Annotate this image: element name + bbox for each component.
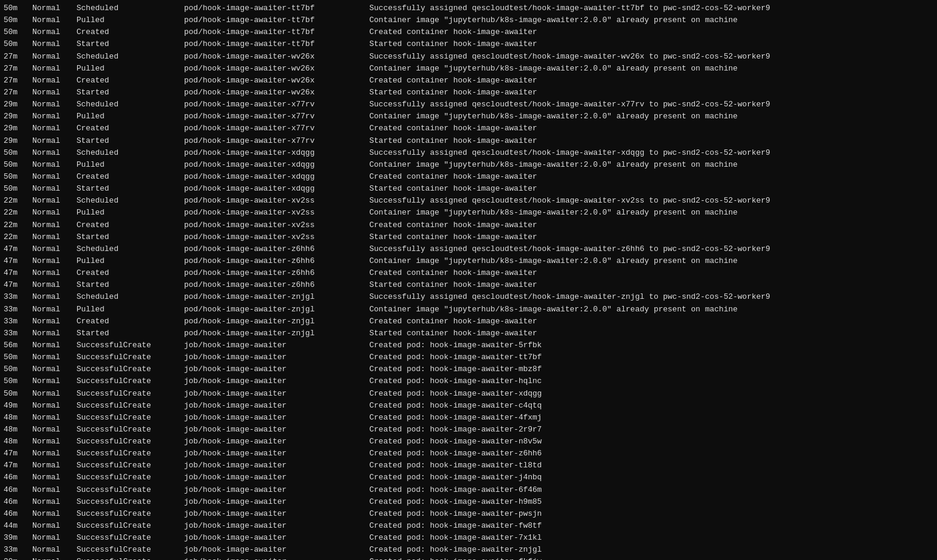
col-object: pod/hook-image-awaiter-xdqgg (184, 171, 369, 183)
table-row: 33m Normal SuccessfulCreate job/hook-ima… (4, 544, 933, 556)
col-type: Normal (32, 328, 76, 339)
col-object: pod/hook-image-awaiter-znjgl (184, 304, 369, 316)
table-row: 47m Normal SuccessfulCreate job/hook-ima… (4, 448, 933, 460)
col-age: 50m (4, 38, 32, 50)
col-message: Started container hook-image-awaiter (369, 183, 933, 195)
col-object: job/hook-image-awaiter (184, 484, 369, 496)
col-type: Normal (32, 171, 76, 183)
col-message: Container image "jupyterhub/k8s-image-aw… (369, 304, 933, 316)
col-object: job/hook-image-awaiter (184, 556, 369, 560)
col-object: job/hook-image-awaiter (184, 351, 369, 363)
col-message: Created pod: hook-image-awaiter-6f46m (369, 484, 933, 496)
table-row: 48m Normal SuccessfulCreate job/hook-ima… (4, 436, 933, 448)
col-message: Created pod: hook-image-awaiter-z6hh6 (369, 448, 933, 460)
col-reason: Created (76, 267, 184, 279)
col-age: 22m (4, 195, 32, 207)
col-reason: Created (76, 219, 184, 231)
col-reason: Started (76, 328, 184, 339)
col-message: Container image "jupyterhub/k8s-image-aw… (369, 111, 933, 123)
col-reason: SuccessfulCreate (76, 412, 184, 424)
col-reason: Pulled (76, 255, 184, 267)
col-age: 29m (4, 135, 32, 147)
table-row: 47m Normal SuccessfulCreate job/hook-ima… (4, 460, 933, 472)
col-object: job/hook-image-awaiter (184, 448, 369, 460)
table-row: 22m Normal Pulled pod/hook-image-awaiter… (4, 207, 933, 219)
col-age: 50m (4, 159, 32, 171)
col-message: Created pod: hook-image-awaiter-5rfbk (369, 339, 933, 351)
col-reason: Scheduled (76, 147, 184, 159)
col-reason: Scheduled (76, 99, 184, 111)
col-message: Successfully assigned qescloudtest/hook-… (369, 195, 933, 207)
col-age: 50m (4, 388, 32, 400)
col-age: 27m (4, 51, 32, 63)
table-row: 22m Normal Created pod/hook-image-awaite… (4, 219, 933, 231)
col-message: Successfully assigned qescloudtest/hook-… (369, 2, 933, 14)
col-type: Normal (32, 243, 76, 255)
col-object: pod/hook-image-awaiter-tt7bf (184, 38, 369, 50)
col-type: Normal (32, 375, 76, 387)
col-object: pod/hook-image-awaiter-xdqgg (184, 147, 369, 159)
col-type: Normal (32, 508, 76, 520)
col-reason: Scheduled (76, 2, 184, 14)
col-age: 39m (4, 532, 32, 544)
col-age: 29m (4, 111, 32, 123)
col-reason: Scheduled (76, 291, 184, 303)
col-message: Started container hook-image-awaiter (369, 38, 933, 50)
col-type: Normal (32, 556, 76, 560)
col-age: 22m (4, 207, 32, 219)
col-message: Created pod: hook-image-awaiter-znjgl (369, 544, 933, 556)
col-message: Started container hook-image-awaiter (369, 328, 933, 339)
col-message: Successfully assigned qescloudtest/hook-… (369, 243, 933, 255)
col-age: 22m (4, 231, 32, 243)
col-age: 47m (4, 243, 32, 255)
col-object: pod/hook-image-awaiter-xdqgg (184, 159, 369, 171)
col-reason: SuccessfulCreate (76, 363, 184, 375)
table-row: 50m Normal Pulled pod/hook-image-awaiter… (4, 14, 933, 26)
col-message: Created container hook-image-awaiter (369, 171, 933, 183)
col-message: Created pod: hook-image-awaiter-fw8tf (369, 520, 933, 532)
col-object: pod/hook-image-awaiter-xv2ss (184, 207, 369, 219)
col-age: 29m (4, 123, 32, 134)
col-reason: Started (76, 135, 184, 147)
col-object: pod/hook-image-awaiter-xdqgg (184, 183, 369, 195)
col-object: job/hook-image-awaiter (184, 436, 369, 448)
table-row: 46m Normal SuccessfulCreate job/hook-ima… (4, 484, 933, 496)
table-row: 50m Normal SuccessfulCreate job/hook-ima… (4, 351, 933, 363)
col-reason: SuccessfulCreate (76, 388, 184, 400)
col-message: Container image "jupyterhub/k8s-image-aw… (369, 159, 933, 171)
col-age: 33m (4, 544, 32, 556)
col-message: Container image "jupyterhub/k8s-image-aw… (369, 207, 933, 219)
table-row: 46m Normal SuccessfulCreate job/hook-ima… (4, 472, 933, 484)
col-reason: SuccessfulCreate (76, 544, 184, 556)
col-message: Created pod: hook-image-awaiter-n8v5w (369, 436, 933, 448)
col-message: Started container hook-image-awaiter (369, 279, 933, 291)
col-message: Created pod: hook-image-awaiter-4fxmj (369, 412, 933, 424)
col-reason: Scheduled (76, 243, 184, 255)
col-object: pod/hook-image-awaiter-wv26x (184, 75, 369, 87)
col-type: Normal (32, 316, 76, 328)
table-row: 29m Normal Created pod/hook-image-awaite… (4, 123, 933, 134)
table-row: 29m Normal Pulled pod/hook-image-awaiter… (4, 111, 933, 123)
col-object: pod/hook-image-awaiter-wv26x (184, 87, 369, 99)
col-type: Normal (32, 75, 76, 87)
col-message: Created container hook-image-awaiter (369, 75, 933, 87)
col-type: Normal (32, 400, 76, 412)
col-object: pod/hook-image-awaiter-x77rv (184, 111, 369, 123)
col-object: pod/hook-image-awaiter-z6hh6 (184, 243, 369, 255)
col-reason: SuccessfulCreate (76, 339, 184, 351)
table-row: 29m Normal Scheduled pod/hook-image-awai… (4, 99, 933, 111)
table-row: 48m Normal SuccessfulCreate job/hook-ima… (4, 412, 933, 424)
col-age: 47m (4, 279, 32, 291)
col-message: Started container hook-image-awaiter (369, 231, 933, 243)
col-age: 27m (4, 87, 32, 99)
col-type: Normal (32, 472, 76, 484)
col-age: 50m (4, 363, 32, 375)
col-reason: SuccessfulCreate (76, 556, 184, 560)
col-object: job/hook-image-awaiter (184, 520, 369, 532)
col-reason: Started (76, 38, 184, 50)
col-age: 33m (4, 316, 32, 328)
col-age: 50m (4, 375, 32, 387)
table-row: 50m Normal Created pod/hook-image-awaite… (4, 26, 933, 38)
col-age: 50m (4, 147, 32, 159)
table-row: 50m Normal SuccessfulCreate job/hook-ima… (4, 363, 933, 375)
